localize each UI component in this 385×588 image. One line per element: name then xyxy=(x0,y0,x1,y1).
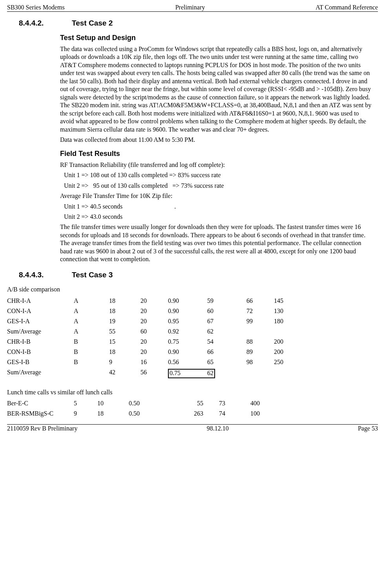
table-cell: 20 xyxy=(140,296,168,306)
subheading-results: Field Test Results xyxy=(60,150,374,158)
table-cell: 60 xyxy=(207,306,246,316)
table-row: CHR-I-BB15200.755488200 xyxy=(7,337,297,347)
table-cell: 145 xyxy=(274,296,297,306)
table-cell: 99 xyxy=(246,316,274,326)
lunch-caption: Lunch time calls vs similar off lunch ca… xyxy=(7,388,374,396)
table-cell xyxy=(74,367,109,380)
page-footer: 2110059 Rev B Preliminary 98.12.10 Page … xyxy=(7,424,378,432)
results-line-1: RF Transaction Reliability (file transfe… xyxy=(60,161,374,169)
table-row: Sum/AverageA55600.9262 xyxy=(7,326,297,337)
table-cell: 42 xyxy=(109,367,140,380)
header-right: AT Command Reference xyxy=(316,4,378,11)
table-cell: 130 xyxy=(274,306,297,316)
table-cell: 20 xyxy=(140,316,168,326)
table-row: Sum/Average42560.7562 xyxy=(7,367,297,380)
table-cell: 15 xyxy=(109,337,140,347)
table-cell: 54 xyxy=(207,337,246,347)
table-row: GES-I-BB9160.566598250 xyxy=(7,357,297,367)
table-cell: 20 xyxy=(140,347,168,357)
table-cell: 67 xyxy=(207,316,246,326)
results-unit1-time: Unit 1 => 40.5 seconds . xyxy=(64,203,374,211)
subheading-setup: Test Setup and Design xyxy=(60,34,374,42)
section-title: Test Case 3 xyxy=(72,271,113,279)
table-cell: CHR-I-B xyxy=(7,337,74,347)
table-cell: B xyxy=(74,337,109,347)
table-cell: 0.92 xyxy=(168,326,207,337)
table-row: CHR-I-AA18200.905966145 xyxy=(7,296,297,306)
table-cell: 55 xyxy=(109,326,140,337)
table-cell: 263 xyxy=(164,408,219,419)
table-cell: 16 xyxy=(140,357,168,367)
table-cell: 100 xyxy=(250,408,274,419)
table-cell: 9 xyxy=(74,408,97,419)
table-cell: 56 xyxy=(140,367,168,380)
table-cell xyxy=(246,326,274,337)
table-cell: 400 xyxy=(250,398,274,408)
table-cell: 0.95 xyxy=(168,316,207,326)
table-cell: Sum/Average xyxy=(7,326,74,337)
section-heading-2: 8.4.4.3. Test Case 3 xyxy=(7,271,378,279)
table-cell: A xyxy=(74,316,109,326)
table-cell: 20 xyxy=(140,337,168,347)
table-cell: B xyxy=(74,357,109,367)
table-cell: A xyxy=(74,306,109,316)
table-cell xyxy=(274,326,297,337)
table-cell: 10 xyxy=(97,398,129,408)
table-cell: 74 xyxy=(219,408,250,419)
table-cell: 19 xyxy=(109,316,140,326)
footer-left: 2110059 Rev B Preliminary xyxy=(7,425,77,432)
table-cell: GES-I-A xyxy=(7,316,74,326)
header-left: SB300 Series Modems xyxy=(7,4,65,11)
table-cell: 89 xyxy=(246,347,274,357)
table-cell: Ber-E-C xyxy=(7,398,74,408)
table-cell: B xyxy=(74,347,109,357)
results-discussion: The file transfer times were usually lon… xyxy=(60,223,374,263)
page-header: SB300 Series Modems Preliminary AT Comma… xyxy=(7,4,378,12)
table-cell: Sum/Average xyxy=(7,367,74,380)
table-cell: 66 xyxy=(207,347,246,357)
table-cell: 18 xyxy=(109,296,140,306)
paragraph-setup-1: The data was collected using a ProComm f… xyxy=(60,45,374,134)
table-row: CON-I-BB18200.906689200 xyxy=(7,347,297,357)
table-cell: 9 xyxy=(109,357,140,367)
table-cell: CHR-I-A xyxy=(7,296,74,306)
table-cell: 73 xyxy=(219,398,250,408)
footer-center: 98.12.10 xyxy=(207,425,229,432)
table-cell: 0.50 xyxy=(129,408,164,419)
table-cell: 18 xyxy=(97,408,129,419)
table-row: CON-I-AA18200.906072130 xyxy=(7,306,297,316)
table-row: Ber-E-C5100.505573400 xyxy=(7,398,274,408)
table-cell: 0.90 xyxy=(168,296,207,306)
table-cell: 0.56 xyxy=(168,357,207,367)
table-cell: 59 xyxy=(207,296,246,306)
table-cell: A xyxy=(74,326,109,337)
table-row: BER-RSMBigS-C9180.5026374100 xyxy=(7,408,274,419)
section-number: 8.4.4.3. xyxy=(7,271,72,279)
table-cell: 88 xyxy=(246,337,274,347)
table-cell: BER-RSMBigS-C xyxy=(7,408,74,419)
table-cell: CON-I-A xyxy=(7,306,74,316)
table-cell: 0.75 xyxy=(168,337,207,347)
table-cell: 200 xyxy=(274,347,297,357)
results-unit1-rate: Unit 1 => 108 out of 130 calls completed… xyxy=(64,171,374,179)
table-cell: A xyxy=(74,296,109,306)
table-row: GES-I-AA19200.956799180 xyxy=(7,316,297,326)
table-cell xyxy=(274,367,297,380)
results-unit2-rate: Unit 2 => 95 out of 130 calls completed … xyxy=(64,182,374,190)
table-cell: 18 xyxy=(109,347,140,357)
footer-right: Page 53 xyxy=(358,425,378,432)
table-cell: 65 xyxy=(207,357,246,367)
table-cell-boxed: 0.7562 xyxy=(168,367,246,380)
section-number: 8.4.4.2. xyxy=(7,19,72,27)
results-unit2-time: Unit 2 => 43.0 seconds xyxy=(64,213,374,221)
table-cell xyxy=(246,367,274,380)
table-cell: 0.90 xyxy=(168,347,207,357)
results-avg-heading: Average File Transfer Time for 10K Zip f… xyxy=(60,192,374,200)
table-cell: 5 xyxy=(74,398,97,408)
table-cell: 72 xyxy=(246,306,274,316)
section-heading-1: 8.4.4.2. Test Case 2 xyxy=(7,19,378,27)
table-cell: 250 xyxy=(274,357,297,367)
section-title: Test Case 2 xyxy=(72,19,113,27)
table-cell: 200 xyxy=(274,337,297,347)
table-cell: 20 xyxy=(140,306,168,316)
